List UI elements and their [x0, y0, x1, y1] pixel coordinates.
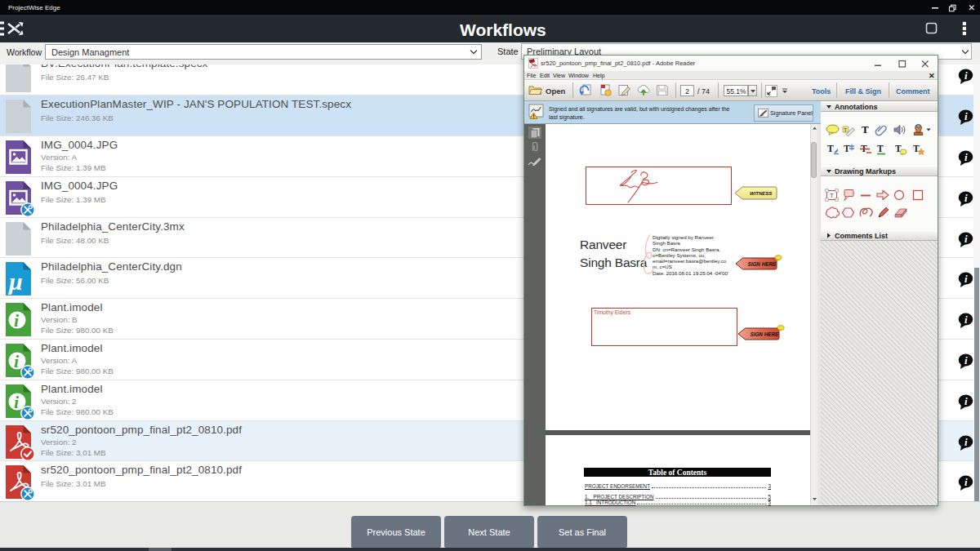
- svg-text:i: i: [964, 69, 968, 82]
- svg-text:SIGN HERE: SIGN HERE: [751, 331, 779, 337]
- svg-text:i: i: [964, 273, 968, 285]
- svg-text:i: i: [964, 110, 968, 122]
- svg-text:T: T: [827, 144, 834, 153]
- svg-text:i: i: [964, 395, 968, 407]
- svg-text:T: T: [844, 127, 848, 133]
- svg-text:i: i: [964, 192, 968, 204]
- svg-text:T: T: [913, 144, 920, 153]
- svg-text:T: T: [877, 144, 884, 153]
- svg-text:WITNESS: WITNESS: [750, 191, 772, 196]
- svg-text:i: i: [964, 354, 968, 367]
- svg-text:i: i: [14, 351, 20, 371]
- svg-text:i: i: [964, 436, 968, 448]
- svg-text:i: i: [964, 233, 968, 245]
- svg-text:i: i: [964, 476, 968, 488]
- svg-text:T: T: [844, 144, 850, 153]
- svg-text:i: i: [14, 310, 20, 331]
- svg-text:i: i: [14, 392, 20, 412]
- svg-text:i: i: [964, 313, 968, 326]
- svg-text:μ: μ: [7, 268, 23, 295]
- svg-text:i: i: [964, 151, 968, 163]
- svg-text:SIGN HERE: SIGN HERE: [748, 261, 777, 267]
- svg-text:T: T: [830, 192, 834, 199]
